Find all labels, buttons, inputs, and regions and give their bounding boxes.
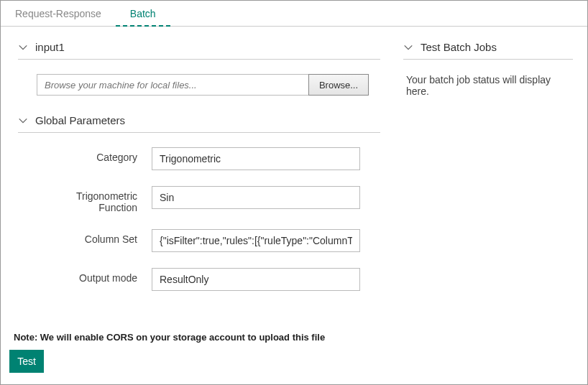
section-global-params-header[interactable]: Global Parameters bbox=[18, 114, 380, 133]
right-column: Test Batch Jobs Your batch job status wi… bbox=[389, 27, 587, 381]
param-output-mode-input[interactable] bbox=[152, 268, 360, 291]
section-input1-title: input1 bbox=[35, 41, 65, 53]
section-global-params-title: Global Parameters bbox=[35, 114, 125, 126]
param-column-set-row: Column Set bbox=[37, 229, 380, 252]
param-output-mode-row: Output mode bbox=[37, 268, 380, 291]
tab-bar: Request-Response Batch bbox=[1, 1, 587, 27]
param-trig-func-row: Trigonometric Function bbox=[37, 186, 380, 213]
section-test-batch-header[interactable]: Test Batch Jobs bbox=[403, 41, 573, 60]
chevron-down-icon bbox=[403, 42, 413, 52]
chevron-down-icon bbox=[18, 42, 28, 52]
param-column-set-label: Column Set bbox=[37, 229, 152, 245]
batch-status-text: Your batch job status will display here. bbox=[406, 74, 573, 97]
tab-batch[interactable]: Batch bbox=[116, 1, 170, 27]
param-column-set-input[interactable] bbox=[152, 229, 360, 252]
chevron-down-icon bbox=[18, 116, 28, 126]
file-picker-row: Browse... bbox=[37, 74, 369, 96]
section-input1-header[interactable]: input1 bbox=[18, 41, 380, 60]
param-output-mode-label: Output mode bbox=[37, 268, 152, 284]
file-path-input[interactable] bbox=[37, 74, 308, 96]
test-button[interactable]: Test bbox=[9, 350, 44, 373]
content-area: input1 Browse... Global Parameters Categ… bbox=[1, 27, 587, 381]
param-category-label: Category bbox=[37, 147, 152, 163]
tab-request-response[interactable]: Request-Response bbox=[1, 1, 116, 26]
param-category-row: Category bbox=[37, 147, 380, 170]
param-trig-func-input[interactable] bbox=[152, 186, 360, 209]
browse-button[interactable]: Browse... bbox=[308, 74, 369, 96]
section-test-batch-title: Test Batch Jobs bbox=[421, 41, 497, 53]
param-trig-func-label: Trigonometric Function bbox=[37, 186, 152, 213]
cors-note: Note: We will enable CORS on your storag… bbox=[14, 332, 380, 343]
param-category-input[interactable] bbox=[152, 147, 360, 170]
left-column: input1 Browse... Global Parameters Categ… bbox=[1, 27, 389, 381]
